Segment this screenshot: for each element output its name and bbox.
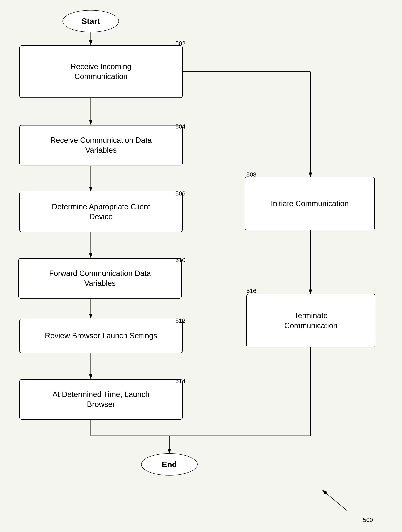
node-512: Review Browser Launch Settings [19, 319, 183, 353]
node-516: Terminate Communication [246, 294, 375, 347]
ref-506: 506 [175, 190, 186, 197]
ref-514: 514 [175, 378, 186, 385]
ref-512: 512 [175, 317, 186, 324]
ref-504: 504 [175, 123, 186, 130]
flowchart-diagram: Start Receive Incoming Communication Rec… [0, 0, 402, 532]
ref-510: 510 [175, 257, 186, 264]
ref-516: 516 [246, 287, 256, 294]
start-node: Start [62, 10, 119, 32]
ref-502: 502 [175, 40, 186, 47]
ref-508: 508 [246, 171, 256, 178]
node-506: Determine Appropriate Client Device [19, 192, 183, 232]
node-514: At Determined Time, Launch Browser [19, 379, 183, 420]
node-502: Receive Incoming Communication [19, 45, 183, 98]
node-504: Receive Communication Data Variables [19, 125, 183, 165]
svg-line-14 [322, 490, 347, 510]
node-510: Forward Communication Data Variables [18, 258, 182, 298]
node-508: Initiate Communication [245, 177, 375, 230]
end-node: End [141, 453, 198, 475]
ref-500: 500 [363, 516, 373, 523]
